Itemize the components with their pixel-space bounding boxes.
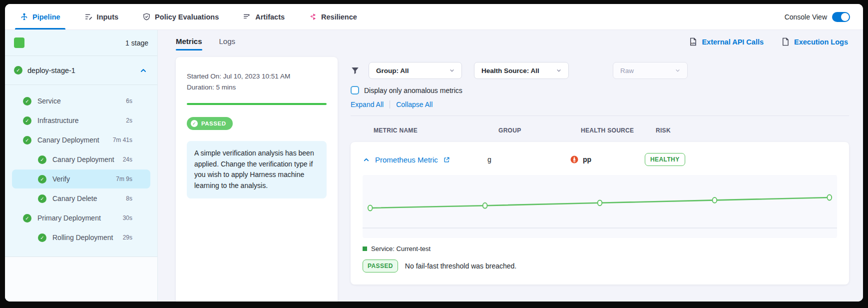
- check-circle-icon: [38, 175, 46, 184]
- group-filter-dropdown[interactable]: Group: All: [369, 62, 462, 79]
- tab-pipeline[interactable]: Pipeline: [18, 4, 62, 30]
- filter-row: Group: All Health Source: All: [351, 62, 849, 79]
- artifacts-icon: [243, 12, 251, 21]
- document-icon: [781, 37, 790, 46]
- chart-legend: Service: Current-test: [363, 245, 837, 252]
- filter-funnel-icon[interactable]: [351, 66, 360, 75]
- prometheus-icon: [570, 155, 579, 164]
- metric-chart: [363, 175, 837, 238]
- raw-filter-dropdown[interactable]: Raw: [613, 62, 688, 79]
- screenshot-frame: Pipeline Inputs Policy Evaluations Artif…: [0, 0, 868, 308]
- status-badge: PASSED: [187, 117, 233, 130]
- health-source-filter-dropdown[interactable]: Health Source: All: [474, 62, 569, 79]
- metric-name-link[interactable]: Prometheus Metric: [375, 156, 438, 164]
- metrics-analysis-area: Group: All Health Source: All: [351, 57, 855, 302]
- check-circle-icon: [38, 194, 46, 203]
- console-view-label: Console View: [785, 13, 827, 21]
- shield-check-icon: [142, 12, 151, 21]
- divider: [351, 116, 849, 116]
- progress-bar: [187, 103, 327, 105]
- svg-text:API: API: [691, 42, 696, 45]
- pipeline-icon: [20, 12, 28, 21]
- started-on-text: Started On: Jul 10, 2023 10:51 AM: [187, 71, 327, 82]
- collapse-all-link[interactable]: Collapse All: [396, 100, 433, 108]
- metric-group-cell: g: [487, 156, 570, 164]
- check-circle-icon: [23, 136, 31, 144]
- step-list: Service 6s Infrastructure 2s Canary Depl…: [5, 85, 157, 250]
- metric-row: Prometheus Metric g pp: [363, 153, 837, 166]
- stage-status-square-icon: [14, 38, 24, 48]
- stage-sidebar: 1 stage deploy-stage-1 Service 6s Infras…: [5, 30, 158, 302]
- chevron-up-icon[interactable]: [139, 66, 147, 74]
- sidebar-item-service[interactable]: Service 6s: [12, 92, 150, 110]
- tab-inputs[interactable]: Inputs: [82, 4, 121, 30]
- stage-count: 1 stage: [125, 39, 148, 47]
- tab-policy-evaluations-label: Policy Evaluations: [155, 13, 219, 21]
- toggle-knob: [841, 13, 849, 21]
- external-link-icon[interactable]: [443, 156, 450, 164]
- check-circle-icon: [38, 156, 46, 164]
- console-view-toggle[interactable]: [832, 12, 850, 22]
- collapse-chevron-icon[interactable]: [363, 156, 370, 164]
- metric-chart-svg: [363, 175, 837, 238]
- tab-pipeline-label: Pipeline: [32, 13, 60, 21]
- sidebar-stage-deploy-stage-1[interactable]: deploy-stage-1: [5, 56, 157, 85]
- stage-label: deploy-stage-1: [27, 66, 75, 74]
- expand-collapse-row: Expand All Collapse All: [351, 100, 849, 108]
- check-circle-icon: [191, 120, 198, 127]
- verdict-message: No fail-fast threshold was breached.: [405, 262, 516, 270]
- resilience-icon: [309, 12, 317, 21]
- verification-description: A simple verification analysis has been …: [187, 141, 327, 198]
- sidebar-item-rolling-deployment[interactable]: Rolling Deployment 29s: [12, 228, 150, 247]
- metrics-table-header: METRIC NAME GROUP HEALTH SOURCE RISK: [351, 127, 849, 134]
- sidebar-item-primary-deployment[interactable]: Primary Deployment 30s: [12, 208, 150, 228]
- execution-logs-link[interactable]: Execution Logs: [781, 37, 848, 46]
- verify-panel: Metrics Logs API External API Calls Exec…: [158, 30, 863, 302]
- tab-inputs-label: Inputs: [97, 13, 119, 21]
- tab-logs[interactable]: Logs: [219, 37, 236, 52]
- verdict-badge: PASSED: [363, 260, 398, 272]
- verdict-row: PASSED No fail-fast threshold was breach…: [363, 260, 837, 272]
- tab-resilience-label: Resilience: [321, 13, 357, 21]
- divider: [390, 100, 390, 108]
- inputs-icon: [84, 12, 93, 21]
- api-document-icon: API: [688, 37, 698, 46]
- sidebar-item-canary-deployment[interactable]: Canary Deployment 24s: [12, 150, 150, 169]
- check-circle-icon: [23, 214, 31, 222]
- tab-policy-evaluations[interactable]: Policy Evaluations: [140, 4, 221, 30]
- sidebar-item-canary-deployment-group[interactable]: Canary Deployment 7m 41s: [12, 130, 150, 150]
- health-source-cell: pp: [570, 155, 645, 164]
- tab-artifacts[interactable]: Artifacts: [241, 4, 287, 30]
- sidebar-item-canary-delete[interactable]: Canary Delete 8s: [12, 189, 150, 208]
- top-navigation: Pipeline Inputs Policy Evaluations Artif…: [5, 4, 863, 30]
- anomalous-metrics-row: Display only anomalous metrics: [351, 86, 849, 94]
- duration-text: Duration: 5 mins: [187, 82, 327, 93]
- anomalous-metrics-label: Display only anomalous metrics: [364, 86, 462, 94]
- chevron-down-icon: [555, 67, 562, 74]
- tab-metrics[interactable]: Metrics: [176, 37, 202, 52]
- tab-resilience[interactable]: Resilience: [307, 4, 359, 30]
- legend-swatch: [363, 246, 367, 251]
- check-circle-icon: [23, 97, 31, 106]
- verification-summary-card: Started On: Jul 10, 2023 10:51 AM Durati…: [176, 57, 338, 302]
- metric-card: Prometheus Metric g pp: [351, 142, 849, 284]
- chevron-down-icon: [674, 67, 681, 74]
- panel-header: Metrics Logs API External API Calls Exec…: [158, 30, 863, 54]
- app-window: Pipeline Inputs Policy Evaluations Artif…: [5, 4, 863, 302]
- expand-all-link[interactable]: Expand All: [351, 100, 384, 108]
- check-circle-icon: [23, 116, 31, 125]
- risk-badge: HEALTHY: [645, 153, 685, 166]
- sidebar-footer: [5, 256, 157, 302]
- external-api-calls-link[interactable]: API External API Calls: [688, 37, 764, 46]
- anomalous-metrics-checkbox[interactable]: [351, 86, 359, 94]
- sidebar-header: 1 stage: [5, 30, 157, 56]
- sidebar-item-verify[interactable]: Verify 7m 9s: [12, 170, 150, 188]
- check-circle-icon: [14, 66, 22, 74]
- chevron-down-icon: [448, 67, 455, 74]
- check-circle-icon: [38, 234, 46, 242]
- legend-label: Service: Current-test: [371, 245, 431, 252]
- tab-artifacts-label: Artifacts: [255, 13, 285, 21]
- sidebar-item-infrastructure[interactable]: Infrastructure 2s: [12, 111, 150, 130]
